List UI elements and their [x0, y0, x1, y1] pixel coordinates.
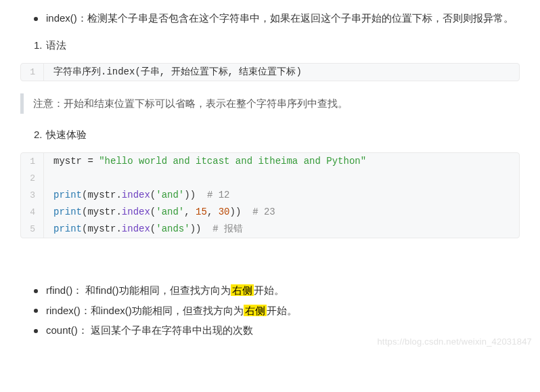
line-number: 4	[21, 204, 44, 221]
method-name: rindex()：	[46, 305, 91, 316]
footer-bullet-list: rfind()： 和find()功能相同，但查找方向为右侧开始。rindex()…	[20, 282, 520, 339]
step-list-2: 2. 快速体验	[20, 126, 520, 144]
line-number: 3	[21, 187, 44, 204]
step-item-example: 2. 快速体验	[34, 126, 520, 144]
step-label: 快速体验	[46, 129, 87, 140]
footer-bullet-item: count()： 返回某个子串在字符串中出现的次数	[34, 322, 520, 339]
code-line: 字符串序列.index(子串, 开始位置下标, 结束位置下标)	[44, 64, 302, 81]
code-row: 1mystr = "hello world and itcast and ith…	[21, 153, 519, 170]
code-line	[44, 170, 53, 187]
intro-bullet-list: index()：检测某个子串是否包含在这个字符串中，如果在返回这个子串开始的位置…	[20, 9, 520, 27]
line-number: 1	[21, 153, 44, 170]
step-list-1: 1. 语法	[20, 37, 520, 54]
code-line: mystr = "hello world and itcast and ithe…	[44, 153, 366, 170]
step-number: 2.	[34, 126, 43, 144]
code-row: 1 字符串序列.index(子串, 开始位置下标, 结束位置下标)	[21, 64, 519, 81]
highlight: 右侧	[231, 284, 254, 296]
line-number: 1	[21, 64, 44, 81]
footer-bullet-item: rfind()： 和find()功能相同，但查找方向为右侧开始。	[34, 282, 520, 299]
line-number: 5	[21, 221, 44, 238]
step-label: 语法	[46, 39, 66, 51]
note-text: 注意：开始和结束位置下标可以省略，表示在整个字符串序列中查找。	[33, 97, 348, 109]
footer-bullet-item: rindex()：和index()功能相同，但查找方向为右侧开始。	[34, 302, 520, 320]
method-name: count()：	[46, 324, 88, 336]
code-line: print(mystr.index('and')) # 12	[44, 187, 229, 204]
code-row: 2	[21, 170, 519, 187]
highlight: 右侧	[244, 305, 267, 316]
note-blockquote: 注意：开始和结束位置下标可以省略，表示在整个字符串序列中查找。	[20, 93, 520, 114]
intro-bullet-text: index()：检测某个子串是否包含在这个字符串中，如果在返回这个子串开始的位置…	[46, 12, 514, 24]
code-line: print(mystr.index('ands')) # 报错	[44, 221, 243, 238]
code-line: print(mystr.index('and', 15, 30)) # 23	[44, 204, 275, 221]
method-name: rfind()：	[46, 284, 83, 296]
intro-bullet-item: index()：检测某个子串是否包含在这个字符串中，如果在返回这个子串开始的位置…	[34, 9, 520, 27]
syntax-code-block: 1 字符串序列.index(子串, 开始位置下标, 结束位置下标)	[20, 63, 520, 81]
code-row: 4print(mystr.index('and', 15, 30)) # 23	[21, 204, 519, 221]
code-row: 5print(mystr.index('ands')) # 报错	[21, 221, 519, 238]
code-row: 3print(mystr.index('and')) # 12	[21, 187, 519, 204]
step-number: 1.	[34, 37, 43, 54]
example-code-block: 1mystr = "hello world and itcast and ith…	[20, 152, 520, 238]
line-number: 2	[21, 170, 44, 187]
step-item-syntax: 1. 语法	[34, 37, 520, 54]
